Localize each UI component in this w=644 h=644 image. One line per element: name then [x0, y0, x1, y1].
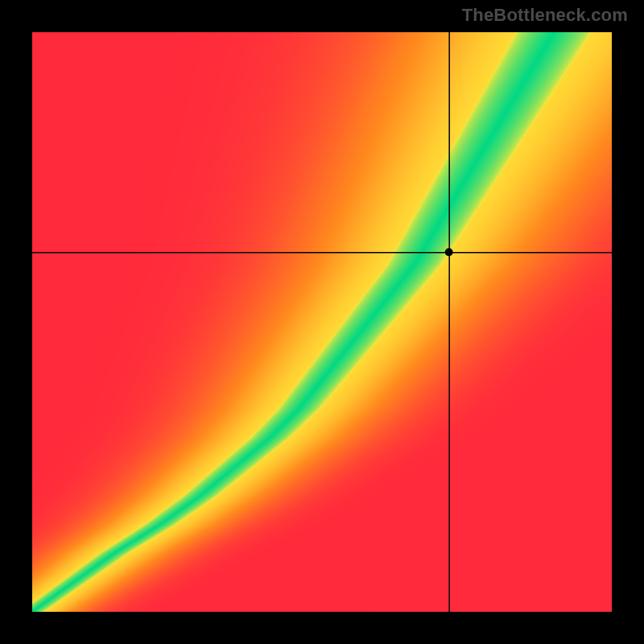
watermark: TheBottleneck.com — [462, 5, 628, 26]
chart-frame: TheBottleneck.com — [0, 0, 644, 644]
bottleneck-heatmap — [32, 32, 612, 612]
